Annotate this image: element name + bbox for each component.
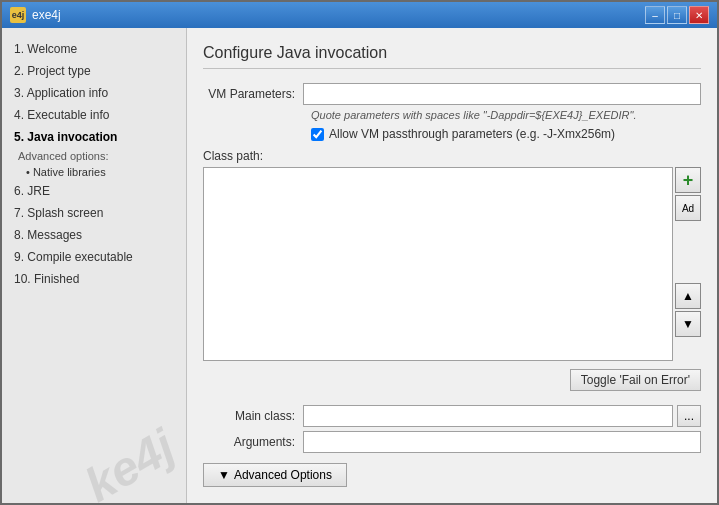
down-icon: ▼ <box>682 317 694 331</box>
main-class-label: Main class: <box>203 409 303 423</box>
close-button[interactable]: ✕ <box>689 6 709 24</box>
sidebar: 1. Welcome 2. Project type 3. Applicatio… <box>2 28 187 503</box>
maximize-button[interactable]: □ <box>667 6 687 24</box>
sidebar-advanced-options-label: Advanced options: <box>2 148 186 164</box>
main-class-row: Main class: ... <box>203 405 701 427</box>
add-classpath-button[interactable]: + <box>675 167 701 193</box>
move-up-button[interactable]: ▲ <box>675 283 701 309</box>
vm-parameters-input[interactable] <box>303 83 701 105</box>
plus-icon: + <box>683 170 694 191</box>
sidebar-item-native-libraries[interactable]: • Native libraries <box>2 164 186 180</box>
sidebar-item-jre[interactable]: 6. JRE <box>2 180 186 202</box>
page-title: Configure Java invocation <box>203 44 701 69</box>
vm-parameters-row: VM Parameters: <box>203 83 701 105</box>
edit-icon: Ad <box>682 203 694 214</box>
sidebar-item-application-info[interactable]: 3. Application info <box>2 82 186 104</box>
app-icon: e4j <box>10 7 26 23</box>
sidebar-item-java-invocation[interactable]: 5. Java invocation <box>2 126 186 148</box>
vm-parameters-label: VM Parameters: <box>203 87 303 101</box>
classpath-label: Class path: <box>203 149 701 163</box>
vm-hint-text: Quote parameters with spaces like "-Dapp… <box>311 109 701 121</box>
main-panel: Configure Java invocation VM Parameters:… <box>187 28 717 503</box>
sidebar-item-executable-info[interactable]: 4. Executable info <box>2 104 186 126</box>
window-title: exe4j <box>32 8 61 22</box>
main-class-browse-button[interactable]: ... <box>677 405 701 427</box>
move-down-button[interactable]: ▼ <box>675 311 701 337</box>
sidebar-item-finished[interactable]: 10. Finished <box>2 268 186 290</box>
up-icon: ▲ <box>682 289 694 303</box>
arguments-input[interactable] <box>303 431 701 453</box>
allow-passthrough-checkbox[interactable] <box>311 128 324 141</box>
classpath-buttons: + Ad ▲ ▼ <box>675 167 701 361</box>
advanced-options-container: ▼ Advanced Options <box>203 457 701 487</box>
arguments-row: Arguments: <box>203 431 701 453</box>
minimize-button[interactable]: – <box>645 6 665 24</box>
classpath-area-wrapper: + Ad ▲ ▼ <box>203 167 701 361</box>
chevron-down-icon: ▼ <box>218 468 230 482</box>
advanced-options-button[interactable]: ▼ Advanced Options <box>203 463 347 487</box>
toggle-fail-button[interactable]: Toggle 'Fail on Error' <box>570 369 701 391</box>
main-class-input[interactable] <box>303 405 673 427</box>
title-buttons: – □ ✕ <box>645 6 709 24</box>
classpath-section: Class path: + Ad ▲ ▼ <box>203 149 701 361</box>
allow-passthrough-row: Allow VM passthrough parameters (e.g. -J… <box>311 127 701 141</box>
edit-classpath-button[interactable]: Ad <box>675 195 701 221</box>
sidebar-watermark: ke4j <box>75 418 183 503</box>
sidebar-item-welcome[interactable]: 1. Welcome <box>2 38 186 60</box>
allow-passthrough-label: Allow VM passthrough parameters (e.g. -J… <box>329 127 615 141</box>
sidebar-item-compile-executable[interactable]: 9. Compile executable <box>2 246 186 268</box>
classpath-list[interactable] <box>203 167 673 361</box>
advanced-options-label: Advanced Options <box>234 468 332 482</box>
sidebar-item-project-type[interactable]: 2. Project type <box>2 60 186 82</box>
sidebar-item-messages[interactable]: 8. Messages <box>2 224 186 246</box>
sidebar-item-splash-screen[interactable]: 7. Splash screen <box>2 202 186 224</box>
title-bar-left: e4j exe4j <box>10 7 61 23</box>
title-bar: e4j exe4j – □ ✕ <box>2 2 717 28</box>
content-area: 1. Welcome 2. Project type 3. Applicatio… <box>2 28 717 503</box>
main-window: e4j exe4j – □ ✕ 1. Welcome 2. Project ty… <box>0 0 719 505</box>
arguments-label: Arguments: <box>203 435 303 449</box>
